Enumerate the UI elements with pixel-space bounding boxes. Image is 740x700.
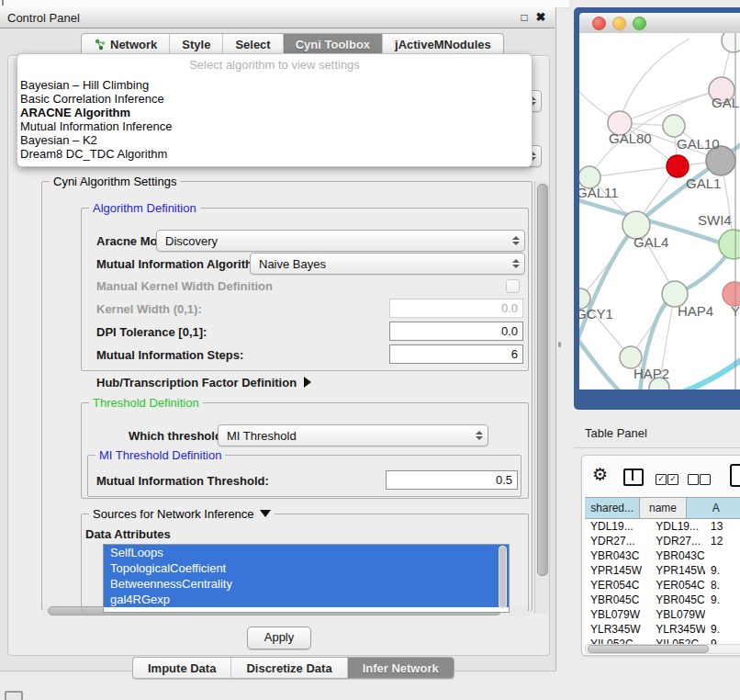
attribute-item[interactable]: gal4RGexp: [104, 592, 509, 607]
node-label-hap2: HAP2: [633, 366, 669, 381]
combo-arrows-icon: [508, 236, 524, 245]
table-row[interactable]: YBR045C YBR045C 9.: [585, 593, 740, 607]
column-header-partial[interactable]: A: [687, 498, 740, 518]
sources-toggle[interactable]: Sources for Network Inference: [89, 507, 275, 521]
which-threshold-value: MI Threshold: [219, 429, 471, 443]
attribute-list-scrollbar-thumb[interactable]: [499, 547, 506, 607]
tab-select[interactable]: Select: [223, 34, 283, 55]
checked-checkbox-icon[interactable]: ✓: [656, 474, 667, 485]
table-header-row: shared... name A: [585, 497, 740, 519]
tab-network-label: Network: [110, 38, 157, 51]
mi-threshold-input[interactable]: 0.5: [386, 470, 518, 490]
tab-impute-data[interactable]: Impute Data: [133, 658, 231, 678]
manual-kernel-width-label: Manual Kernel Width Definition: [96, 279, 273, 293]
table-row[interactable]: YDL19... YDL19... 13: [585, 519, 740, 534]
cell: 9.: [705, 622, 740, 637]
tab-discretize-data[interactable]: Discretize Data: [231, 658, 347, 678]
table-row[interactable]: YPR145W YPR145W 9.: [585, 563, 740, 578]
table-row[interactable]: YER054C YER054C 8.: [585, 578, 740, 593]
bottom-tabbar: Impute Data Discretize Data Infer Networ…: [132, 657, 454, 679]
table-horizontal-scrollbar[interactable]: [585, 644, 740, 654]
tab-network[interactable]: Network: [82, 34, 170, 55]
hub-definition-toggle[interactable]: Hub/Transcription Factor Definition: [96, 376, 311, 390]
aracne-mode-combobox[interactable]: Discovery: [156, 230, 525, 252]
checked-checkbox-icon[interactable]: ✓: [667, 474, 678, 485]
algorithm-option[interactable]: Bayesian – Hill Climbing: [19, 78, 529, 92]
tab-jactivemnodules-label: jActiveMNodules: [395, 38, 491, 51]
close-traffic-light-icon[interactable]: [592, 17, 606, 30]
node-label-gal1: GAL1: [686, 175, 721, 191]
zoom-traffic-light-icon[interactable]: [633, 17, 646, 30]
apply-button[interactable]: Apply: [247, 627, 311, 649]
algorithm-option[interactable]: Mutual Information Inference: [19, 119, 529, 133]
node-gal10[interactable]: [663, 115, 685, 137]
tab-select-label: Select: [235, 38, 270, 51]
tab-jactivemnodules[interactable]: jActiveMNodules: [383, 34, 503, 55]
tab-infer-network[interactable]: Infer Network: [348, 658, 454, 678]
combo-arrows-icon: [508, 259, 524, 268]
panel-splitter-grip[interactable]: [558, 342, 561, 347]
table-row[interactable]: YBR043C YBR043C: [585, 548, 740, 563]
cell: 8.: [705, 578, 740, 593]
attribute-item[interactable]: SelfLoops: [104, 545, 509, 560]
attribute-item[interactable]: TopologicalCoefficient: [104, 560, 509, 576]
node-label-gal11: GAL11: [579, 185, 619, 200]
cell: YDR27...: [585, 534, 650, 548]
tab-cyni-toolbox[interactable]: Cyni Toolbox: [284, 34, 383, 55]
tab-style[interactable]: Style: [170, 34, 223, 55]
column-header-name[interactable]: name: [640, 498, 686, 518]
algorithm-option[interactable]: Bayesian – K2: [19, 133, 529, 147]
algorithm-option[interactable]: Dream8 DC_TDC Algorithm: [19, 147, 529, 161]
float-window-icon[interactable]: □: [518, 11, 531, 24]
cell: 9.: [705, 593, 740, 607]
sources-title: Sources for Network Inference: [93, 507, 254, 521]
table-row[interactable]: YDR27... YDR27... 12: [585, 534, 740, 548]
attribute-item[interactable]: BetweennessCentrality: [104, 576, 509, 592]
cell: YBR043C: [650, 548, 705, 563]
attribute-list-scrollbar[interactable]: [499, 546, 507, 609]
algorithm-option-selected[interactable]: ARACNE Algorithm: [19, 106, 529, 119]
node-partial-top[interactable]: [722, 33, 740, 52]
unchecked-checkbox-icon[interactable]: [688, 474, 699, 485]
settings-vertical-scrollbar-thumb[interactable]: [537, 184, 548, 576]
dpi-tolerance-input[interactable]: 0.0: [389, 322, 523, 341]
table-row[interactable]: YLR345W YLR345W 9.: [585, 622, 740, 637]
manual-kernel-width-checkbox[interactable]: [506, 279, 520, 293]
cell: 9.: [705, 563, 740, 578]
network-window-titlebar[interactable]: [579, 13, 740, 34]
kernel-width-input[interactable]: 0.0: [389, 299, 523, 318]
column-header-shared[interactable]: shared...: [585, 498, 640, 518]
minimize-traffic-light-icon[interactable]: [612, 17, 626, 30]
unchecked-checkbox-icon[interactable]: [700, 474, 711, 485]
kernel-width-label: Kernel Width (0,1):: [96, 302, 202, 316]
close-icon[interactable]: ✖: [534, 11, 547, 24]
node-swi4[interactable]: [719, 230, 740, 259]
mi-algorithm-type-combobox[interactable]: Naive Bayes: [250, 253, 525, 275]
mi-threshold-label: Mutual Information Threshold:: [96, 474, 269, 488]
settings-vertical-scrollbar[interactable]: [534, 181, 549, 614]
combo-arrows-icon: [471, 431, 488, 440]
control-panel-window: Control Panel □ ✖ Network Style Select C…: [0, 7, 556, 672]
mi-steps-label: Mutual Information Steps:: [96, 348, 243, 362]
tab-style-label: Style: [182, 38, 210, 51]
mi-steps-input[interactable]: 6: [389, 344, 523, 364]
gear-icon[interactable]: ⚙: [592, 466, 608, 483]
network-canvas[interactable]: GAL GAL80 GAL10 GAL1 GAL11 SWI4 GAL4 GCY…: [579, 33, 740, 390]
table-horizontal-scrollbar-thumb[interactable]: [588, 645, 709, 653]
cell: YDL19...: [585, 519, 650, 534]
table-row[interactable]: YBL079W YBL079W: [585, 607, 740, 622]
columns-icon[interactable]: [623, 469, 644, 486]
cell: YLR345W: [585, 622, 650, 637]
cell: YBR045C: [650, 593, 705, 607]
mi-algorithm-type-value: Naive Bayes: [251, 257, 508, 271]
node-table[interactable]: shared... name A YDL19... YDL19... 13 YD…: [585, 497, 740, 648]
collapsed-panel-icon[interactable]: [5, 691, 23, 700]
document-icon[interactable]: [730, 464, 740, 487]
node-gal1[interactable]: [667, 155, 689, 177]
network-cyan-edge: [680, 360, 740, 390]
table-panel-title: Table Panel: [585, 426, 647, 440]
which-threshold-combobox[interactable]: MI Threshold: [218, 424, 488, 446]
algorithm-dropdown-placeholder: Select algorithm to view settings: [17, 58, 532, 72]
data-attributes-list[interactable]: SelfLoops TopologicalCoefficient Between…: [103, 544, 510, 613]
algorithm-option[interactable]: Basic Correlation Inference: [19, 92, 529, 106]
